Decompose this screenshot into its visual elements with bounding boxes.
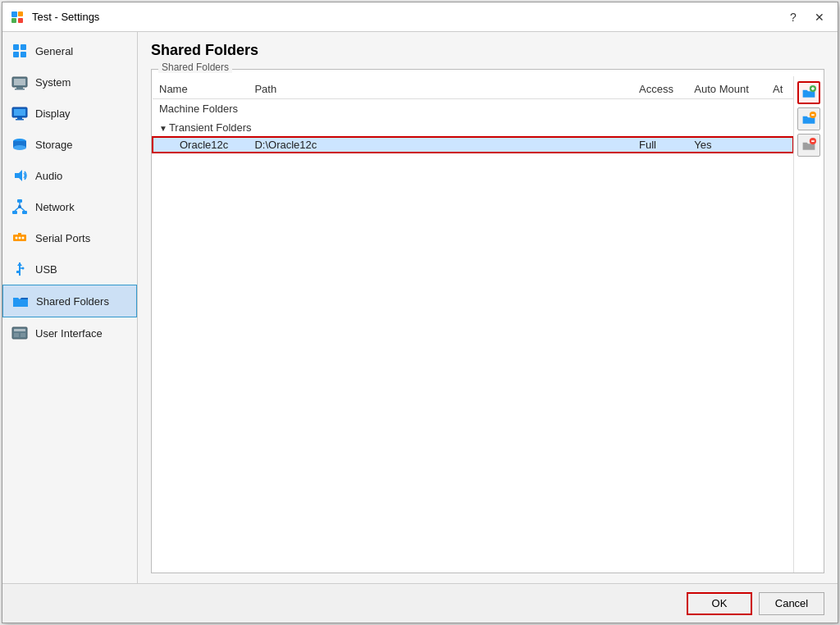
svg-rect-22	[22, 211, 27, 214]
group-inner: Name Path Access Auto Mount At	[152, 76, 824, 573]
folder-table: Name Path Access Auto Mount At	[152, 80, 793, 153]
sidebar-item-audio[interactable]: Audio	[2, 160, 137, 191]
cancel-button[interactable]: Cancel	[759, 592, 824, 615]
folder-access: Full	[632, 137, 687, 153]
svg-rect-38	[14, 329, 25, 331]
title-bar-controls: ? ✕	[782, 6, 831, 29]
sidebar-label-usb: USB	[35, 263, 57, 276]
audio-icon	[11, 167, 29, 185]
add-folder-button[interactable]	[797, 81, 820, 104]
sidebar-label-storage: Storage	[35, 139, 73, 151]
sidebar-label-system: System	[35, 76, 71, 89]
svg-rect-47	[811, 140, 815, 142]
sidebar-item-storage[interactable]: Storage	[2, 129, 137, 160]
window-title: Test - Settings	[32, 11, 782, 23]
transient-folders-group: ▼Transient Folders	[153, 118, 793, 137]
svg-rect-3	[18, 18, 23, 23]
group-label: Shared Folders	[158, 62, 232, 73]
svg-rect-14	[17, 117, 22, 119]
edit-folder-button[interactable]	[797, 107, 820, 130]
user-interface-icon	[11, 324, 29, 342]
svg-rect-13	[14, 109, 25, 116]
sidebar-label-display: Display	[35, 107, 71, 120]
sidebar-item-network[interactable]: Network	[2, 191, 137, 222]
svg-rect-39	[14, 333, 19, 337]
svg-point-30	[22, 237, 25, 240]
svg-rect-5	[21, 44, 26, 50]
sidebar-label-user-interface: User Interface	[35, 327, 103, 340]
transient-folders-label: ▼Transient Folders	[153, 118, 793, 137]
svg-rect-31	[18, 233, 21, 235]
sidebar-item-general[interactable]: General	[2, 35, 137, 66]
svg-rect-6	[13, 52, 19, 57]
folder-name: Oracle12c	[153, 137, 248, 153]
shared-folders-icon	[11, 292, 30, 310]
svg-point-29	[19, 237, 21, 240]
folder-path: D:\Oracle12c	[248, 137, 632, 153]
display-icon	[11, 104, 29, 122]
sidebar: General System	[2, 32, 138, 583]
network-icon	[11, 198, 29, 216]
serial-ports-icon	[11, 229, 29, 247]
svg-point-26	[18, 205, 21, 208]
usb-icon	[11, 260, 29, 278]
col-header-auto-mount: Auto Mount	[687, 80, 766, 99]
sidebar-label-audio: Audio	[35, 170, 62, 182]
svg-marker-19	[15, 170, 22, 181]
svg-rect-21	[12, 211, 17, 214]
sidebar-label-shared-folders: Shared Folders	[36, 295, 109, 308]
sidebar-label-general: General	[35, 45, 73, 57]
col-header-path: Path	[248, 80, 632, 99]
sidebar-item-shared-folders[interactable]: Shared Folders	[2, 285, 137, 317]
shared-folders-group: Shared Folders Name Path Access Auto Mou…	[151, 69, 824, 573]
svg-point-28	[16, 237, 18, 240]
svg-rect-7	[21, 52, 26, 57]
svg-rect-2	[11, 18, 16, 23]
help-button[interactable]: ?	[782, 6, 805, 29]
svg-rect-20	[17, 199, 22, 203]
sidebar-label-serial-ports: Serial Ports	[35, 232, 90, 244]
col-header-at: At	[766, 80, 793, 99]
sidebar-item-display[interactable]: Display	[2, 98, 137, 129]
sidebar-item-system[interactable]: System	[2, 66, 137, 98]
machine-folders-group: Machine Folders	[153, 99, 793, 119]
svg-rect-43	[812, 87, 814, 90]
svg-rect-15	[16, 119, 24, 121]
folder-auto-mount: Yes	[687, 137, 766, 153]
svg-rect-4	[13, 44, 19, 50]
folder-actions	[793, 76, 824, 573]
svg-rect-10	[16, 87, 23, 89]
app-icon	[9, 9, 25, 25]
svg-rect-34	[16, 271, 20, 273]
close-button[interactable]: ✕	[808, 6, 831, 29]
system-icon	[11, 73, 29, 91]
folder-table-area: Name Path Access Auto Mount At	[152, 76, 793, 573]
machine-folders-label: Machine Folders	[153, 99, 793, 119]
sidebar-item-user-interface[interactable]: User Interface	[2, 317, 137, 349]
folder-at	[766, 137, 793, 153]
svg-rect-45	[811, 114, 815, 116]
svg-rect-0	[11, 11, 17, 17]
col-header-name: Name	[153, 80, 248, 99]
storage-icon	[11, 135, 29, 153]
page-title: Shared Folders	[151, 42, 824, 59]
svg-rect-1	[18, 11, 23, 16]
sidebar-item-serial-ports[interactable]: Serial Ports	[2, 222, 137, 253]
svg-point-18	[13, 145, 26, 150]
svg-rect-40	[21, 333, 25, 337]
sidebar-item-usb[interactable]: USB	[2, 253, 137, 285]
svg-marker-33	[17, 262, 22, 266]
title-bar: Test - Settings ? ✕	[2, 2, 838, 32]
general-icon	[11, 42, 29, 60]
main-content: General System	[2, 32, 838, 583]
ok-button[interactable]: OK	[687, 592, 752, 615]
settings-window: Test - Settings ? ✕ General	[2, 2, 838, 623]
remove-folder-button[interactable]	[797, 134, 820, 157]
table-row[interactable]: Oracle12c D:\Oracle12c Full Yes	[153, 137, 793, 153]
svg-rect-11	[15, 89, 25, 90]
sidebar-label-network: Network	[35, 201, 75, 213]
chevron-down-icon: ▼	[159, 124, 167, 133]
col-header-access: Access	[632, 80, 687, 99]
svg-point-36	[22, 267, 25, 270]
footer: OK Cancel	[2, 583, 838, 623]
